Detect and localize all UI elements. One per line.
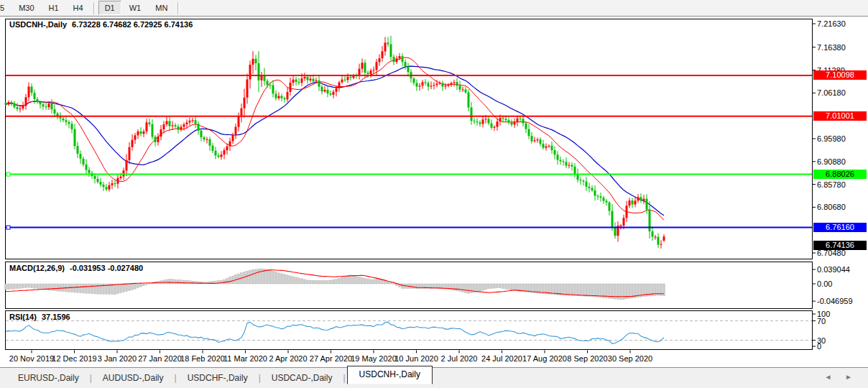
level-price-label: 6.76160: [813, 223, 867, 232]
tab-separator: |: [173, 373, 178, 383]
tab-separator: |: [341, 373, 346, 383]
tab-scroll-controls: ◄ ►: [813, 373, 852, 381]
macd-axis-label: -0.046959: [817, 296, 853, 306]
price-tick-label: 6.90880: [817, 157, 846, 167]
tab-usdcnh-daily[interactable]: USDCNH-,Daily: [347, 366, 433, 384]
toolbar-separator: [93, 2, 95, 14]
current-price-label: 6.74136: [813, 241, 867, 250]
timeframe-button-m5[interactable]: 5: [0, 1, 11, 15]
tab-scroll-left-icon[interactable]: ◄: [824, 373, 831, 381]
timeframe-button-h4[interactable]: H4: [67, 1, 90, 15]
price-tick-label: 6.95980: [817, 134, 846, 144]
price-tick-label: 6.85780: [817, 180, 846, 190]
macd-axis-label: 0.039044: [817, 264, 850, 274]
macd-indicator-label: MACD(12,26,9)-0.031953 -0.027480: [9, 264, 143, 272]
level-price-label: 6.88026: [813, 170, 867, 179]
date-label: 30 Sep 2020: [597, 354, 663, 363]
timeframe-button-mn[interactable]: MN: [149, 1, 174, 15]
price-tick-label: 7.06180: [817, 88, 846, 98]
tab-separator: |: [257, 373, 262, 383]
chart-canvas[interactable]: [0, 17, 868, 367]
rsi-axis-label: 0: [817, 341, 821, 351]
tab-usdcad-daily[interactable]: USDCAD-,Daily: [262, 371, 342, 385]
chart-area: USDCNH-,Daily6.73228 6.74682 6.72925 6.7…: [0, 17, 868, 367]
mt4-window: 5 M30 H1 H4 D1 W1 MN USDCNH-,Daily6.7322…: [0, 0, 868, 388]
level-price-label: 7.10098: [813, 70, 867, 80]
toolbar-separator: [177, 2, 179, 14]
candlestick-series: [5, 36, 665, 249]
timeframe-button-h1[interactable]: H1: [42, 1, 65, 15]
tab-separator: |: [88, 373, 93, 383]
macd-values: -0.031953 -0.027480: [70, 264, 143, 272]
tab-scroll-right-icon[interactable]: ►: [845, 373, 852, 381]
chart-tab-bar: EURUSD-,Daily | AUDUSD-,Daily | USDCHF-,…: [0, 367, 868, 388]
timeframe-button-d1[interactable]: D1: [98, 1, 121, 15]
price-tick-label: 7.16380: [817, 42, 846, 52]
price-tick-label: 7.21630: [817, 19, 846, 29]
chart-title: USDCNH-,Daily6.73228 6.74682 6.72925 6.7…: [9, 20, 193, 29]
level-price-label: 7.01001: [813, 111, 867, 121]
chart-ohlc-values: 6.73228 6.74682 6.72925 6.74136: [72, 20, 193, 29]
macd-name: MACD(12,26,9): [9, 264, 65, 272]
rsi-pane-border: [6, 311, 813, 350]
tab-usdchf-daily[interactable]: USDCHF-,Daily: [178, 371, 257, 385]
timeframe-button-w1[interactable]: W1: [123, 1, 148, 15]
rsi-axis-label: 70: [817, 316, 826, 326]
macd-axis-label: 0.00: [817, 279, 832, 289]
level-line-handle[interactable]: [6, 226, 10, 229]
tab-audusd-daily[interactable]: AUDUSD-,Daily: [93, 371, 173, 385]
level-line-handle[interactable]: [6, 172, 10, 176]
tab-eurusd-daily[interactable]: EURUSD-,Daily: [9, 371, 88, 385]
main-pane-border: [6, 19, 813, 259]
price-tick-label: 6.80680: [817, 202, 846, 212]
rsi-indicator-label: RSI(14)37.1596: [9, 313, 70, 321]
macd-histogram: [5, 269, 665, 300]
timeframe-button-m30[interactable]: M30: [12, 1, 40, 15]
chart-symbol-period: USDCNH-,Daily: [9, 20, 67, 29]
timeframe-toolbar: 5 M30 H1 H4 D1 W1 MN: [0, 0, 868, 17]
rsi-name: RSI(14): [9, 313, 37, 321]
ma-slow-line: [6, 66, 664, 216]
rsi-value: 37.1596: [42, 313, 70, 321]
